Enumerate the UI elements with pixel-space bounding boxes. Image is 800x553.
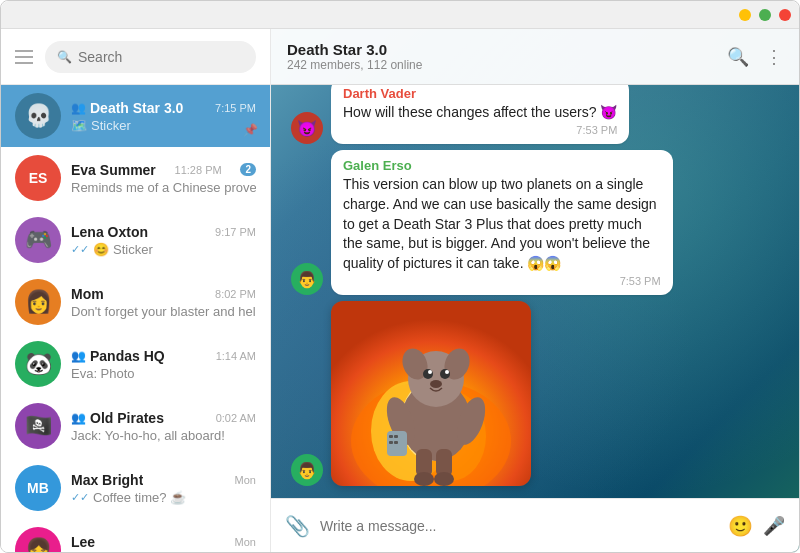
preview-emoji: 🗺️: [71, 118, 87, 133]
close-button[interactable]: [779, 9, 791, 21]
chat-preview: Eva: Photo: [71, 366, 256, 381]
svg-point-11: [428, 370, 432, 374]
chat-header: Death Star 3.0 242 members, 112 online 🔍…: [271, 29, 799, 85]
chat-item-mom[interactable]: 👩 Mom8:02 PMDon't forget your blaster an…: [1, 271, 270, 333]
message-bubble-incoming: Galen ErsoThis version can blow up two p…: [331, 150, 673, 295]
chat-panel: Death Star 3.0 242 members, 112 online 🔍…: [271, 29, 799, 552]
chat-name: 👥 Old Pirates: [71, 410, 164, 426]
chat-title: Death Star 3.0 242 members, 112 online: [287, 41, 715, 72]
chat-preview: Don't forget your blaster and helmet: [71, 304, 256, 319]
message-input[interactable]: [320, 518, 718, 534]
avatar: 👧: [15, 527, 61, 552]
chat-search-button[interactable]: 🔍: [727, 46, 749, 68]
chat-time: 0:02 AM: [216, 412, 256, 424]
double-check-icon: ✓✓: [71, 243, 89, 256]
chat-time: Mon: [235, 536, 256, 548]
message-avatar: 👨: [291, 454, 323, 486]
mic-button[interactable]: 🎤: [763, 515, 785, 537]
chat-item-old-pirates[interactable]: 🏴‍☠️👥 Old Pirates0:02 AMJack: Yo-ho-ho, …: [1, 395, 270, 457]
chat-time: 1:14 AM: [216, 350, 256, 362]
group-icon: 👥: [71, 411, 86, 425]
chat-preview: 🗺️ Sticker: [71, 118, 256, 133]
maximize-button[interactable]: [759, 9, 771, 21]
message-text: How will these changes affect the users?…: [343, 103, 617, 123]
preview-emoji: 😊: [93, 242, 109, 257]
message-avatar: 👨: [291, 263, 323, 295]
message-time: 7:53 PM: [343, 124, 617, 136]
messages-area: Hi everyone. I've redesigned some key st…: [271, 85, 799, 498]
svg-point-13: [430, 380, 442, 388]
chat-time: 8:02 PM: [215, 288, 256, 300]
svg-point-23: [414, 472, 434, 486]
chat-info: Max BrightMon✓✓Coffee time? ☕: [71, 472, 256, 505]
svg-rect-19: [389, 441, 393, 444]
chat-name: Mom: [71, 286, 104, 302]
message-row: 😈Darth VaderHow will these changes affec…: [291, 85, 779, 144]
chat-name: Lena Oxton: [71, 224, 148, 240]
avatar: 🎮: [15, 217, 61, 263]
chat-name: Eva Summer: [71, 162, 156, 178]
unread-badge: 2: [240, 163, 256, 176]
chat-time: 7:15 PM: [215, 102, 256, 114]
emoji-button[interactable]: 🙂: [728, 514, 753, 538]
title-bar: [1, 1, 799, 29]
chat-name: 👥 Pandas HQ: [71, 348, 165, 364]
chat-header-icons: 🔍 ⋮: [727, 46, 783, 68]
avatar: 🏴‍☠️: [15, 403, 61, 449]
search-input[interactable]: [78, 49, 244, 65]
chat-preview: ✓✓Coffee time? ☕: [71, 490, 256, 505]
chat-info: Lena Oxton9:17 PM✓✓😊 Sticker: [71, 224, 256, 257]
chat-more-button[interactable]: ⋮: [765, 46, 783, 68]
message-sender: Galen Erso: [343, 158, 661, 173]
avatar: 👩: [15, 279, 61, 325]
menu-button[interactable]: [15, 50, 33, 64]
chat-preview: We can call it Galaxy Star 7 ;): [71, 552, 256, 553]
avatar: MB: [15, 465, 61, 511]
message-bubble-incoming: Darth VaderHow will these changes affect…: [331, 85, 629, 144]
chat-preview: Jack: Yo-ho-ho, all aboard!: [71, 428, 256, 443]
chat-item-death-star[interactable]: 💀📌👥 Death Star 3.07:15 PM🗺️ Sticker: [1, 85, 270, 147]
svg-point-9: [423, 369, 433, 379]
svg-rect-20: [394, 441, 398, 444]
sidebar-header: 🔍: [1, 29, 270, 85]
chat-name: Lee: [71, 534, 95, 550]
input-area: 📎 🙂 🎤: [271, 498, 799, 552]
message-avatar: 😈: [291, 112, 323, 144]
message-sender: Darth Vader: [343, 86, 617, 101]
chat-item-lee[interactable]: 👧 LeeMonWe can call it Galaxy Star 7 ;): [1, 519, 270, 552]
message-row: 👨Galen ErsoThis version can blow up two …: [291, 150, 779, 295]
chat-title-sub: 242 members, 112 online: [287, 58, 715, 72]
group-icon: 👥: [71, 349, 86, 363]
chat-info: Eva Summer11:28 PM2Reminds me of a Chine…: [71, 162, 256, 195]
avatar: 🐼: [15, 341, 61, 387]
chat-item-pandas-hq[interactable]: 🐼👥 Pandas HQ1:14 AMEva: Photo: [1, 333, 270, 395]
sticker-row: 👨: [291, 301, 779, 486]
svg-rect-17: [389, 435, 393, 438]
chat-time: Mon: [235, 474, 256, 486]
chat-item-eva-summer[interactable]: ES Eva Summer11:28 PM2Reminds me of a Ch…: [1, 147, 270, 209]
double-check-icon: ✓✓: [71, 491, 89, 504]
chat-item-lena-oxton[interactable]: 🎮 Lena Oxton9:17 PM✓✓😊 Sticker: [1, 209, 270, 271]
minimize-button[interactable]: [739, 9, 751, 21]
chat-time: 9:17 PM: [215, 226, 256, 238]
chat-time: 11:28 PM: [175, 164, 222, 176]
svg-point-12: [445, 370, 449, 374]
app-body: 🔍 💀📌👥 Death Star 3.07:15 PM🗺️ StickerES …: [1, 29, 799, 552]
chat-item-max-bright[interactable]: MB Max BrightMon✓✓Coffee time? ☕: [1, 457, 270, 519]
svg-point-24: [434, 472, 454, 486]
sticker-image: [331, 301, 531, 486]
chat-preview: ✓✓😊 Sticker: [71, 242, 256, 257]
message-time: 7:53 PM: [343, 275, 661, 287]
svg-point-10: [440, 369, 450, 379]
chat-info: Mom8:02 PMDon't forget your blaster and …: [71, 286, 256, 319]
search-icon: 🔍: [57, 50, 72, 64]
attach-button[interactable]: 📎: [285, 514, 310, 538]
svg-rect-18: [394, 435, 398, 438]
pin-icon: 📌: [243, 123, 258, 137]
search-box[interactable]: 🔍: [45, 41, 256, 73]
chat-info: 👥 Pandas HQ1:14 AMEva: Photo: [71, 348, 256, 381]
avatar: 💀: [15, 93, 61, 139]
chat-info: 👥 Old Pirates0:02 AMJack: Yo-ho-ho, all …: [71, 410, 256, 443]
avatar: ES: [15, 155, 61, 201]
chat-name: 👥 Death Star 3.0: [71, 100, 183, 116]
